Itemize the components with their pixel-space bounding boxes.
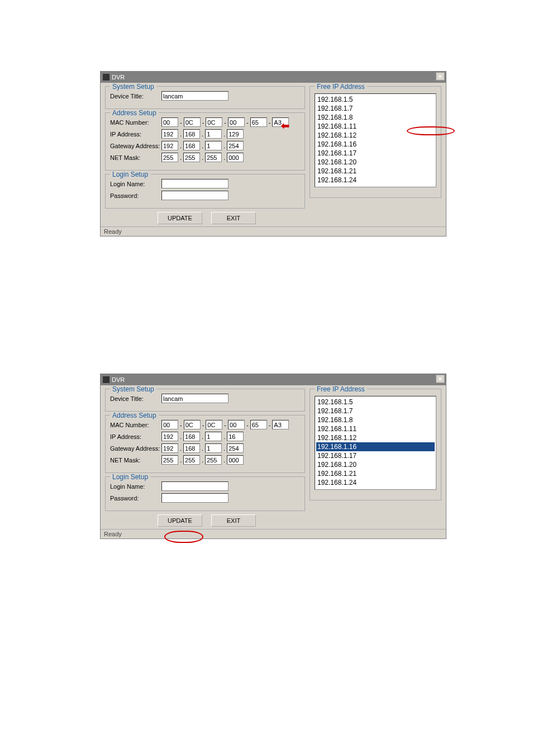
update-button[interactable]: UPDATE	[158, 212, 202, 224]
ip-octet-1[interactable]	[161, 432, 178, 441]
device-title-label: Device Title:	[110, 395, 161, 402]
list-item[interactable]: 192.168.1.5	[316, 95, 435, 104]
address-setup-legend: Address Setup	[110, 412, 159, 419]
mac-octet-6[interactable]	[272, 117, 289, 127]
list-item-selected[interactable]: 192.168.1.16	[316, 442, 435, 451]
device-title-input[interactable]	[161, 394, 229, 403]
list-item[interactable]: 192.168.1.17	[316, 149, 435, 158]
nm-octet-2[interactable]	[183, 153, 200, 162]
update-button[interactable]: UPDATE	[158, 514, 202, 527]
list-item[interactable]: 192.168.1.24	[316, 176, 435, 185]
list-item[interactable]: 192.168.1.21	[316, 167, 435, 176]
address-setup-legend: Address Setup	[110, 109, 159, 117]
free-ip-group: Free IP Address 192.168.1.5 192.168.1.7 …	[310, 86, 441, 198]
gw-octet-2[interactable]	[183, 141, 200, 150]
list-item[interactable]: 192.168.1.20	[316, 460, 435, 469]
mac-octet-1[interactable]	[161, 117, 178, 127]
mac-octet-6[interactable]	[272, 420, 289, 429]
titlebar: DVR ✕	[101, 72, 446, 83]
dvr-dialog-2: DVR ✕ System Setup Device Title: Address…	[100, 374, 446, 539]
exit-button[interactable]: EXIT	[211, 212, 256, 224]
list-item[interactable]: 192.168.1.8	[316, 113, 435, 122]
login-setup-legend: Login Setup	[110, 171, 150, 178]
gateway-label: Gateway Address:	[110, 143, 161, 149]
nm-octet-2[interactable]	[183, 455, 200, 465]
mac-number-label: MAC Number:	[110, 119, 161, 126]
ip-octet-4[interactable]	[227, 129, 244, 139]
password-input[interactable]	[161, 191, 229, 200]
ip-octet-2[interactable]	[183, 129, 200, 139]
close-icon[interactable]: ✕	[436, 375, 445, 383]
mac-octet-2[interactable]	[184, 117, 201, 127]
ip-address-label: IP Address:	[110, 433, 161, 440]
mac-octet-3[interactable]	[206, 117, 222, 127]
login-setup-group: Login Setup Login Name: Password:	[105, 174, 305, 209]
nm-octet-1[interactable]	[161, 455, 178, 465]
login-setup-group: Login Setup Login Name: Password:	[105, 476, 305, 511]
gw-octet-1[interactable]	[161, 141, 178, 150]
gateway-label: Gateway Address:	[110, 445, 161, 452]
nm-octet-4[interactable]	[227, 455, 244, 465]
netmask-label: NET Mask:	[110, 457, 161, 464]
list-item[interactable]: 192.168.1.20	[316, 158, 435, 167]
system-setup-group: System Setup Device Title:	[105, 389, 305, 412]
password-input[interactable]	[161, 493, 229, 503]
window-title: DVR	[112, 74, 125, 81]
gw-octet-2[interactable]	[183, 443, 200, 453]
nm-octet-1[interactable]	[161, 153, 178, 162]
login-name-input[interactable]	[161, 179, 229, 188]
mac-octet-4[interactable]	[228, 117, 245, 127]
login-name-label: Login Name:	[110, 483, 161, 490]
free-ip-list[interactable]: 192.168.1.5 192.168.1.7 192.168.1.8 192.…	[315, 396, 436, 490]
gw-octet-3[interactable]	[205, 141, 222, 150]
close-icon[interactable]: ✕	[436, 72, 445, 81]
list-item[interactable]: 192.168.1.12	[316, 131, 435, 140]
list-item[interactable]: 192.168.1.7	[316, 104, 435, 113]
mac-octet-2[interactable]	[184, 420, 201, 429]
free-ip-legend: Free IP Address	[315, 385, 367, 393]
list-item[interactable]: 192.168.1.12	[316, 433, 435, 442]
login-name-input[interactable]	[161, 481, 229, 491]
list-item[interactable]: 192.168.1.21	[316, 469, 435, 478]
gw-octet-1[interactable]	[161, 443, 178, 453]
free-ip-legend: Free IP Address	[315, 83, 367, 91]
app-icon	[103, 376, 110, 383]
login-name-label: Login Name:	[110, 181, 161, 187]
mac-octet-5[interactable]	[250, 117, 267, 127]
gw-octet-4[interactable]	[227, 141, 244, 150]
password-label: Password:	[110, 495, 161, 502]
address-setup-group: Address Setup MAC Number: - - - - - IP A…	[105, 112, 305, 171]
ip-octet-2[interactable]	[183, 432, 200, 441]
nm-octet-3[interactable]	[205, 455, 222, 465]
ip-octet-4[interactable]	[227, 432, 244, 441]
list-item[interactable]: 192.168.1.16	[316, 140, 435, 149]
address-setup-group: Address Setup MAC Number: - - - - - IP A…	[105, 415, 305, 473]
ip-octet-1[interactable]	[161, 129, 178, 139]
device-title-input[interactable]	[161, 91, 229, 101]
exit-button[interactable]: EXIT	[211, 514, 256, 527]
system-setup-legend: System Setup	[110, 83, 156, 91]
list-item[interactable]: 192.168.1.7	[316, 407, 435, 415]
nm-octet-4[interactable]	[227, 153, 244, 162]
mac-octet-3[interactable]	[206, 420, 222, 429]
list-item[interactable]: 192.168.1.24	[316, 478, 435, 487]
list-item[interactable]: 192.168.1.11	[316, 424, 435, 433]
free-ip-list[interactable]: 192.168.1.5 192.168.1.7 192.168.1.8 192.…	[315, 93, 436, 187]
list-item[interactable]: 192.168.1.17	[316, 451, 435, 460]
list-item[interactable]: 192.168.1.11	[316, 122, 435, 131]
mac-octet-4[interactable]	[228, 420, 245, 429]
system-setup-group: System Setup Device Title:	[105, 86, 305, 109]
list-item[interactable]: 192.168.1.5	[316, 398, 435, 407]
status-bar: Ready	[101, 529, 446, 538]
gw-octet-3[interactable]	[205, 443, 222, 453]
titlebar: DVR ✕	[101, 374, 446, 385]
status-bar: Ready	[101, 226, 446, 236]
ip-octet-3[interactable]	[205, 129, 222, 139]
ip-octet-3[interactable]	[205, 432, 222, 441]
app-icon	[103, 74, 110, 81]
nm-octet-3[interactable]	[205, 153, 222, 162]
list-item[interactable]: 192.168.1.8	[316, 415, 435, 424]
mac-octet-5[interactable]	[250, 420, 267, 429]
mac-octet-1[interactable]	[161, 420, 178, 429]
gw-octet-4[interactable]	[227, 443, 244, 453]
